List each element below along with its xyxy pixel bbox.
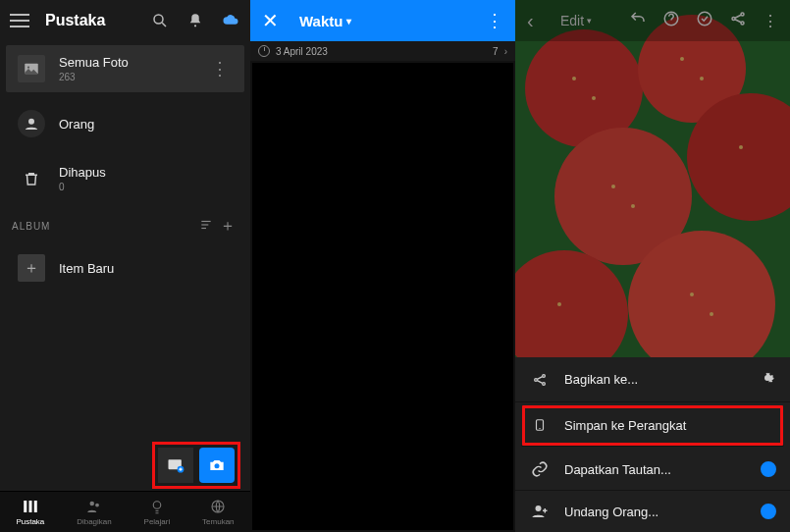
- svg-rect-13: [28, 501, 31, 512]
- svg-point-46: [543, 374, 546, 377]
- undo-icon[interactable]: [629, 10, 647, 31]
- tab-label: Dibagikan: [77, 517, 112, 526]
- add-photo-button[interactable]: [158, 448, 193, 483]
- bell-icon[interactable]: [185, 11, 205, 30]
- link-icon: [529, 460, 551, 478]
- share-icon[interactable]: [729, 10, 747, 31]
- tab-discover[interactable]: Temukan: [202, 498, 234, 526]
- menu-icon[interactable]: [10, 14, 29, 27]
- svg-point-45: [535, 378, 538, 381]
- svg-line-1: [162, 23, 166, 27]
- bottom-fab-group: [152, 442, 240, 489]
- shared-icon: [85, 498, 103, 515]
- editor-title-button[interactable]: Edit ▾: [560, 13, 629, 28]
- tab-shared[interactable]: Dibagikan: [77, 498, 112, 526]
- row-label: Undang Orang...: [564, 505, 761, 519]
- svg-point-41: [698, 12, 711, 26]
- check-circle-icon[interactable]: [696, 10, 713, 31]
- more-icon[interactable]: ⋮: [207, 58, 233, 80]
- title-text: Edit: [560, 13, 584, 28]
- person-add-icon: [529, 503, 551, 520]
- lightbulb-icon: [148, 498, 166, 515]
- timeline-title-button[interactable]: Waktu ▾: [299, 13, 486, 29]
- share-sheet: Bagikan ke... Simpan ke Perangkat Dapatk…: [515, 357, 790, 532]
- sort-icon[interactable]: [195, 218, 217, 236]
- svg-point-50: [536, 505, 542, 511]
- photo-grid-area[interactable]: [252, 63, 513, 530]
- svg-rect-14: [34, 501, 37, 512]
- svg-point-4: [27, 66, 29, 68]
- tab-label: Pelajari: [144, 517, 171, 526]
- page-title: Pustaka: [45, 12, 150, 29]
- svg-rect-12: [24, 501, 26, 512]
- back-icon[interactable]: ‹: [527, 10, 547, 32]
- library-header: Pustaka: [0, 0, 250, 41]
- svg-point-0: [154, 15, 163, 24]
- row-label: Simpan ke Perangkat: [564, 418, 776, 433]
- svg-point-15: [89, 502, 94, 506]
- photo-count: 7: [493, 46, 499, 57]
- add-album-icon[interactable]: ＋: [217, 216, 238, 237]
- share-row[interactable]: Bagikan ke...: [515, 357, 790, 402]
- share-icon: [529, 372, 551, 388]
- album-section-header: ALBUM ＋: [0, 206, 250, 240]
- title-text: Waktu: [299, 13, 342, 29]
- people-icon: [18, 110, 45, 137]
- sidebar-item-all-photos[interactable]: Semua Foto 263 ⋮: [6, 45, 244, 92]
- tab-label: Temukan: [202, 517, 234, 526]
- chevron-right-icon: ›: [504, 46, 507, 57]
- timeline-header: ✕ Waktu ▾ ⋮: [250, 0, 515, 41]
- item-label: Item Baru: [59, 261, 233, 276]
- more-icon[interactable]: ⋮: [486, 10, 503, 31]
- gear-icon[interactable]: [759, 369, 776, 390]
- item-label: Dihapus: [59, 165, 233, 180]
- svg-point-2: [194, 25, 196, 27]
- svg-point-44: [741, 22, 744, 25]
- header-actions: [150, 11, 240, 30]
- camera-button[interactable]: [199, 448, 235, 483]
- trash-icon: [18, 165, 45, 192]
- item-count: 0: [59, 182, 233, 192]
- cloud-sync-icon[interactable]: [221, 11, 240, 30]
- library-icon: [22, 498, 39, 515]
- more-icon[interactable]: ⋮: [763, 12, 778, 30]
- status-dot: [761, 504, 776, 519]
- library-panel: Pustaka Semua Foto 263 ⋮: [0, 0, 250, 532]
- close-icon[interactable]: ✕: [262, 9, 282, 32]
- sidebar-item-new-album[interactable]: ＋ Item Baru: [6, 244, 244, 292]
- row-label: Bagikan ke...: [564, 372, 759, 387]
- date-bar[interactable]: 3 April 2023 7 ›: [250, 41, 515, 61]
- help-icon[interactable]: [662, 10, 680, 31]
- plus-icon: ＋: [18, 254, 45, 282]
- svg-point-42: [732, 18, 735, 21]
- editor-panel: ‹ Edit ▾ ⋮: [515, 0, 790, 532]
- svg-point-16: [95, 504, 99, 507]
- item-label: Orang: [59, 117, 233, 132]
- date-label: 3 April 2023: [276, 46, 328, 57]
- item-count: 263: [59, 72, 207, 82]
- device-icon: [529, 416, 551, 434]
- chevron-down-icon: ▾: [587, 16, 592, 26]
- tab-label: Pustaka: [16, 517, 44, 526]
- globe-icon: [209, 498, 227, 515]
- get-link-row[interactable]: Dapatkan Tautan...: [515, 449, 790, 491]
- editor-header: ‹ Edit ▾ ⋮: [515, 0, 790, 41]
- save-to-device-row[interactable]: Simpan ke Perangkat: [521, 404, 784, 447]
- svg-point-43: [741, 13, 744, 16]
- invite-people-row[interactable]: Undang Orang...: [515, 491, 790, 532]
- svg-point-11: [215, 463, 220, 468]
- tab-library[interactable]: Pustaka: [16, 498, 44, 526]
- status-dot: [761, 461, 776, 477]
- tab-learn[interactable]: Pelajari: [144, 498, 171, 526]
- photos-icon: [18, 55, 45, 82]
- sidebar-item-deleted[interactable]: Dihapus 0: [6, 155, 244, 202]
- item-label: Semua Foto: [59, 55, 207, 70]
- highlight-box: [152, 442, 240, 489]
- timeline-panel: ✕ Waktu ▾ ⋮ 3 April 2023 7 ›: [250, 0, 515, 532]
- clock-icon: [258, 45, 270, 57]
- svg-point-5: [28, 119, 34, 125]
- svg-point-17: [153, 502, 161, 509]
- sidebar-item-people[interactable]: Orang: [6, 100, 244, 147]
- bottom-tabbar: Pustaka Dibagikan Pelajari Temukan: [0, 491, 250, 532]
- search-icon[interactable]: [150, 11, 170, 30]
